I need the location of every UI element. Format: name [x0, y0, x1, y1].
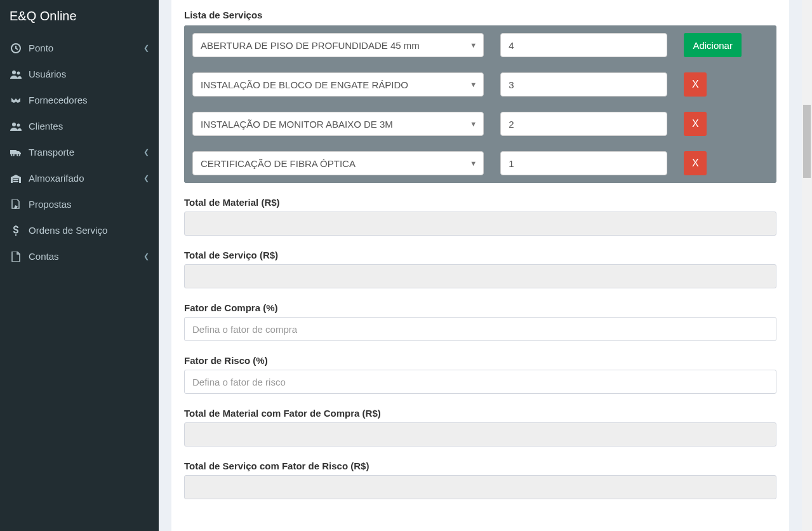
total-servico-input	[184, 264, 776, 288]
total-material-fator-input	[184, 422, 776, 447]
sidebar-item-almoxarifado[interactable]: Almoxarifado ❮	[0, 165, 159, 191]
chevron-left-icon: ❮	[143, 174, 149, 182]
service-select[interactable]: CERTIFICAÇÃO DE FIBRA ÓPTICA ▼	[192, 151, 484, 175]
svg-point-6	[11, 154, 14, 156]
dollar-icon	[10, 225, 22, 236]
service-select-value: INSTALAÇÃO DE MONITOR ABAIXO DE 3M	[201, 119, 393, 130]
svg-rect-8	[13, 179, 18, 180]
service-select[interactable]: ABERTURA DE PISO DE PROFUNDIDADE 45 mm ▼	[192, 33, 484, 57]
service-select[interactable]: INSTALAÇÃO DE BLOCO DE ENGATE RÁPIDO ▼	[192, 72, 484, 97]
sidebar-item-ordens-servico[interactable]: Ordens de Serviço	[0, 217, 159, 243]
sidebar-item-label: Propostas	[29, 199, 72, 210]
total-material-label: Total de Material (R$)	[184, 197, 776, 208]
svg-point-4	[17, 123, 20, 126]
sidebar: E&Q Online Ponto ❮ Usuários Fornecedores…	[0, 0, 159, 531]
service-select-value: INSTALAÇÃO DE BLOCO DE ENGATE RÁPIDO	[201, 79, 408, 90]
sidebar-item-label: Contas	[29, 251, 59, 262]
fator-compra-label: Fator de Compra (%)	[184, 302, 776, 313]
services-title: Lista de Serviços	[184, 10, 776, 20]
quantity-input[interactable]	[500, 112, 667, 136]
remove-button[interactable]: X	[684, 112, 707, 136]
caret-down-icon: ▼	[470, 159, 477, 167]
fator-compra-input[interactable]	[184, 317, 776, 341]
add-button[interactable]: Adicionar	[684, 33, 742, 57]
table-row: INSTALAÇÃO DE BLOCO DE ENGATE RÁPIDO ▼ X	[184, 65, 776, 104]
sidebar-item-clientes[interactable]: Clientes	[0, 113, 159, 139]
quantity-input[interactable]	[500, 72, 667, 97]
sidebar-item-propostas[interactable]: Propostas	[0, 191, 159, 217]
scrollbar[interactable]	[802, 0, 812, 531]
scrollbar-thumb[interactable]	[803, 105, 811, 178]
table-row: INSTALAÇÃO DE MONITOR ABAIXO DE 3M ▼ X	[184, 104, 776, 144]
table-row: ABERTURA DE PISO DE PROFUNDIDADE 45 mm ▼…	[184, 25, 776, 65]
sidebar-item-ponto[interactable]: Ponto ❮	[0, 35, 159, 61]
quantity-input[interactable]	[500, 33, 667, 57]
content: Lista de Serviços ABERTURA DE PISO DE PR…	[171, 0, 789, 531]
sidebar-item-usuarios[interactable]: Usuários	[0, 61, 159, 87]
total-servico-fator-input	[184, 475, 776, 499]
svg-point-1	[12, 71, 16, 74]
truck-icon	[10, 149, 22, 156]
fator-risco-label: Fator de Risco (%)	[184, 355, 776, 366]
service-table: ABERTURA DE PISO DE PROFUNDIDADE 45 mm ▼…	[184, 25, 776, 183]
content-wrap: Lista de Serviços ABERTURA DE PISO DE PR…	[159, 0, 802, 531]
sidebar-item-label: Clientes	[29, 121, 63, 131]
service-select[interactable]: INSTALAÇÃO DE MONITOR ABAIXO DE 3M ▼	[192, 112, 484, 136]
sidebar-item-label: Fornecedores	[29, 95, 88, 105]
remove-button[interactable]: X	[684, 72, 707, 97]
sidebar-item-label: Ordens de Serviço	[29, 225, 107, 236]
caret-down-icon: ▼	[470, 120, 477, 128]
sidebar-item-transporte[interactable]: Transporte ❮	[0, 139, 159, 165]
users-icon	[10, 122, 22, 131]
file-icon	[10, 252, 22, 262]
svg-point-3	[12, 123, 16, 126]
service-select-value: CERTIFICAÇÃO DE FIBRA ÓPTICA	[201, 158, 356, 169]
sidebar-item-label: Transporte	[29, 147, 74, 158]
sidebar-item-label: Almoxarifado	[29, 173, 84, 184]
table-row: CERTIFICAÇÃO DE FIBRA ÓPTICA ▼ X	[184, 144, 776, 183]
users-icon	[10, 70, 22, 79]
fator-risco-input[interactable]	[184, 370, 776, 394]
total-material-input	[184, 212, 776, 236]
sidebar-item-label: Ponto	[29, 43, 53, 53]
service-select-value: ABERTURA DE PISO DE PROFUNDIDADE 45 mm	[201, 40, 420, 51]
caret-down-icon: ▼	[470, 81, 477, 88]
chevron-left-icon: ❮	[143, 148, 149, 156]
svg-point-7	[17, 154, 20, 156]
warehouse-icon	[10, 174, 22, 183]
svg-rect-9	[13, 181, 18, 182]
caret-down-icon: ▼	[470, 41, 477, 49]
total-servico-label: Total de Serviço (R$)	[184, 250, 776, 260]
quantity-input[interactable]	[500, 151, 667, 175]
sidebar-item-label: Usuários	[29, 69, 66, 79]
svg-point-2	[17, 71, 20, 74]
total-material-fator-label: Total de Material com Fator de Compra (R…	[184, 408, 776, 419]
chevron-left-icon: ❮	[143, 252, 149, 260]
remove-button[interactable]: X	[684, 151, 707, 175]
handshake-icon	[10, 97, 22, 104]
sidebar-item-contas[interactable]: Contas ❮	[0, 243, 159, 269]
clock-icon	[10, 43, 22, 53]
chevron-left-icon: ❮	[143, 44, 149, 52]
brand-title: E&Q Online	[0, 0, 159, 32]
sidebar-item-fornecedores[interactable]: Fornecedores	[0, 87, 159, 113]
nav-list: Ponto ❮ Usuários Fornecedores Clientes T…	[0, 32, 159, 269]
file-signature-icon	[10, 199, 22, 210]
total-servico-fator-label: Total de Serviço com Fator de Risco (R$)	[184, 460, 776, 471]
